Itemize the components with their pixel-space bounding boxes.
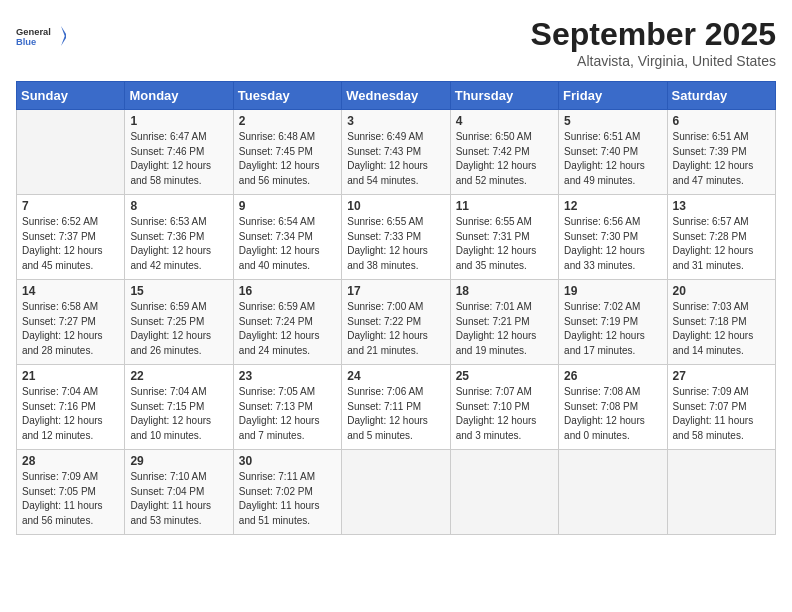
svg-text:General: General: [16, 27, 51, 37]
day-info: Sunrise: 7:03 AM Sunset: 7:18 PM Dayligh…: [673, 300, 770, 358]
day-info: Sunrise: 6:51 AM Sunset: 7:40 PM Dayligh…: [564, 130, 661, 188]
calendar-cell: 24Sunrise: 7:06 AM Sunset: 7:11 PM Dayli…: [342, 365, 450, 450]
day-number: 10: [347, 199, 444, 213]
day-info: Sunrise: 6:58 AM Sunset: 7:27 PM Dayligh…: [22, 300, 119, 358]
calendar-cell: 13Sunrise: 6:57 AM Sunset: 7:28 PM Dayli…: [667, 195, 775, 280]
day-info: Sunrise: 7:05 AM Sunset: 7:13 PM Dayligh…: [239, 385, 336, 443]
day-number: 30: [239, 454, 336, 468]
day-info: Sunrise: 7:01 AM Sunset: 7:21 PM Dayligh…: [456, 300, 553, 358]
day-number: 29: [130, 454, 227, 468]
day-number: 22: [130, 369, 227, 383]
day-number: 4: [456, 114, 553, 128]
day-number: 20: [673, 284, 770, 298]
day-number: 11: [456, 199, 553, 213]
day-info: Sunrise: 7:08 AM Sunset: 7:08 PM Dayligh…: [564, 385, 661, 443]
day-info: Sunrise: 6:48 AM Sunset: 7:45 PM Dayligh…: [239, 130, 336, 188]
day-number: 18: [456, 284, 553, 298]
day-number: 13: [673, 199, 770, 213]
day-info: Sunrise: 6:49 AM Sunset: 7:43 PM Dayligh…: [347, 130, 444, 188]
calendar-cell: 6Sunrise: 6:51 AM Sunset: 7:39 PM Daylig…: [667, 110, 775, 195]
day-header: Sunday: [17, 82, 125, 110]
day-info: Sunrise: 6:56 AM Sunset: 7:30 PM Dayligh…: [564, 215, 661, 273]
calendar-cell: [559, 450, 667, 535]
day-number: 6: [673, 114, 770, 128]
day-header: Saturday: [667, 82, 775, 110]
day-info: Sunrise: 6:47 AM Sunset: 7:46 PM Dayligh…: [130, 130, 227, 188]
calendar-cell: 16Sunrise: 6:59 AM Sunset: 7:24 PM Dayli…: [233, 280, 341, 365]
calendar-cell: 7Sunrise: 6:52 AM Sunset: 7:37 PM Daylig…: [17, 195, 125, 280]
calendar-cell: 30Sunrise: 7:11 AM Sunset: 7:02 PM Dayli…: [233, 450, 341, 535]
day-number: 8: [130, 199, 227, 213]
day-number: 17: [347, 284, 444, 298]
calendar-cell: 21Sunrise: 7:04 AM Sunset: 7:16 PM Dayli…: [17, 365, 125, 450]
calendar-cell: 23Sunrise: 7:05 AM Sunset: 7:13 PM Dayli…: [233, 365, 341, 450]
day-info: Sunrise: 7:04 AM Sunset: 7:16 PM Dayligh…: [22, 385, 119, 443]
calendar-cell: 14Sunrise: 6:58 AM Sunset: 7:27 PM Dayli…: [17, 280, 125, 365]
day-info: Sunrise: 6:53 AM Sunset: 7:36 PM Dayligh…: [130, 215, 227, 273]
calendar-cell: 18Sunrise: 7:01 AM Sunset: 7:21 PM Dayli…: [450, 280, 558, 365]
day-info: Sunrise: 6:51 AM Sunset: 7:39 PM Dayligh…: [673, 130, 770, 188]
day-number: 12: [564, 199, 661, 213]
calendar-cell: 11Sunrise: 6:55 AM Sunset: 7:31 PM Dayli…: [450, 195, 558, 280]
calendar-table: SundayMondayTuesdayWednesdayThursdayFrid…: [16, 81, 776, 535]
calendar-cell: [667, 450, 775, 535]
day-info: Sunrise: 6:55 AM Sunset: 7:33 PM Dayligh…: [347, 215, 444, 273]
calendar-cell: 28Sunrise: 7:09 AM Sunset: 7:05 PM Dayli…: [17, 450, 125, 535]
page-header: General Blue September 2025 Altavista, V…: [16, 16, 776, 69]
svg-text:Blue: Blue: [16, 37, 36, 47]
calendar-cell: 12Sunrise: 6:56 AM Sunset: 7:30 PM Dayli…: [559, 195, 667, 280]
calendar-cell: [342, 450, 450, 535]
day-info: Sunrise: 6:50 AM Sunset: 7:42 PM Dayligh…: [456, 130, 553, 188]
day-number: 9: [239, 199, 336, 213]
day-number: 14: [22, 284, 119, 298]
calendar-header: SundayMondayTuesdayWednesdayThursdayFrid…: [17, 82, 776, 110]
calendar-cell: 29Sunrise: 7:10 AM Sunset: 7:04 PM Dayli…: [125, 450, 233, 535]
day-number: 1: [130, 114, 227, 128]
day-info: Sunrise: 7:00 AM Sunset: 7:22 PM Dayligh…: [347, 300, 444, 358]
svg-marker-2: [61, 26, 66, 46]
day-info: Sunrise: 6:55 AM Sunset: 7:31 PM Dayligh…: [456, 215, 553, 273]
day-info: Sunrise: 7:07 AM Sunset: 7:10 PM Dayligh…: [456, 385, 553, 443]
calendar-cell: 27Sunrise: 7:09 AM Sunset: 7:07 PM Dayli…: [667, 365, 775, 450]
day-number: 5: [564, 114, 661, 128]
day-number: 21: [22, 369, 119, 383]
calendar-cell: 26Sunrise: 7:08 AM Sunset: 7:08 PM Dayli…: [559, 365, 667, 450]
day-number: 16: [239, 284, 336, 298]
day-number: 26: [564, 369, 661, 383]
calendar-cell: 10Sunrise: 6:55 AM Sunset: 7:33 PM Dayli…: [342, 195, 450, 280]
day-info: Sunrise: 6:59 AM Sunset: 7:25 PM Dayligh…: [130, 300, 227, 358]
day-number: 7: [22, 199, 119, 213]
day-number: 3: [347, 114, 444, 128]
day-info: Sunrise: 7:10 AM Sunset: 7:04 PM Dayligh…: [130, 470, 227, 528]
calendar-cell: 3Sunrise: 6:49 AM Sunset: 7:43 PM Daylig…: [342, 110, 450, 195]
day-header: Thursday: [450, 82, 558, 110]
calendar-cell: 5Sunrise: 6:51 AM Sunset: 7:40 PM Daylig…: [559, 110, 667, 195]
day-info: Sunrise: 7:06 AM Sunset: 7:11 PM Dayligh…: [347, 385, 444, 443]
day-info: Sunrise: 6:59 AM Sunset: 7:24 PM Dayligh…: [239, 300, 336, 358]
day-header: Friday: [559, 82, 667, 110]
day-header: Monday: [125, 82, 233, 110]
calendar-cell: [450, 450, 558, 535]
logo: General Blue: [16, 16, 66, 56]
day-number: 15: [130, 284, 227, 298]
day-number: 24: [347, 369, 444, 383]
calendar-cell: 9Sunrise: 6:54 AM Sunset: 7:34 PM Daylig…: [233, 195, 341, 280]
day-header: Tuesday: [233, 82, 341, 110]
calendar-cell: 1Sunrise: 6:47 AM Sunset: 7:46 PM Daylig…: [125, 110, 233, 195]
calendar-cell: 2Sunrise: 6:48 AM Sunset: 7:45 PM Daylig…: [233, 110, 341, 195]
day-number: 28: [22, 454, 119, 468]
day-number: 2: [239, 114, 336, 128]
month-title: September 2025: [531, 16, 776, 53]
day-header: Wednesday: [342, 82, 450, 110]
day-number: 27: [673, 369, 770, 383]
day-info: Sunrise: 7:04 AM Sunset: 7:15 PM Dayligh…: [130, 385, 227, 443]
calendar-cell: 20Sunrise: 7:03 AM Sunset: 7:18 PM Dayli…: [667, 280, 775, 365]
day-info: Sunrise: 7:09 AM Sunset: 7:05 PM Dayligh…: [22, 470, 119, 528]
calendar-body: 1Sunrise: 6:47 AM Sunset: 7:46 PM Daylig…: [17, 110, 776, 535]
day-info: Sunrise: 6:57 AM Sunset: 7:28 PM Dayligh…: [673, 215, 770, 273]
location: Altavista, Virginia, United States: [531, 53, 776, 69]
day-info: Sunrise: 7:02 AM Sunset: 7:19 PM Dayligh…: [564, 300, 661, 358]
calendar-cell: 25Sunrise: 7:07 AM Sunset: 7:10 PM Dayli…: [450, 365, 558, 450]
calendar-cell: 22Sunrise: 7:04 AM Sunset: 7:15 PM Dayli…: [125, 365, 233, 450]
title-block: September 2025 Altavista, Virginia, Unit…: [531, 16, 776, 69]
